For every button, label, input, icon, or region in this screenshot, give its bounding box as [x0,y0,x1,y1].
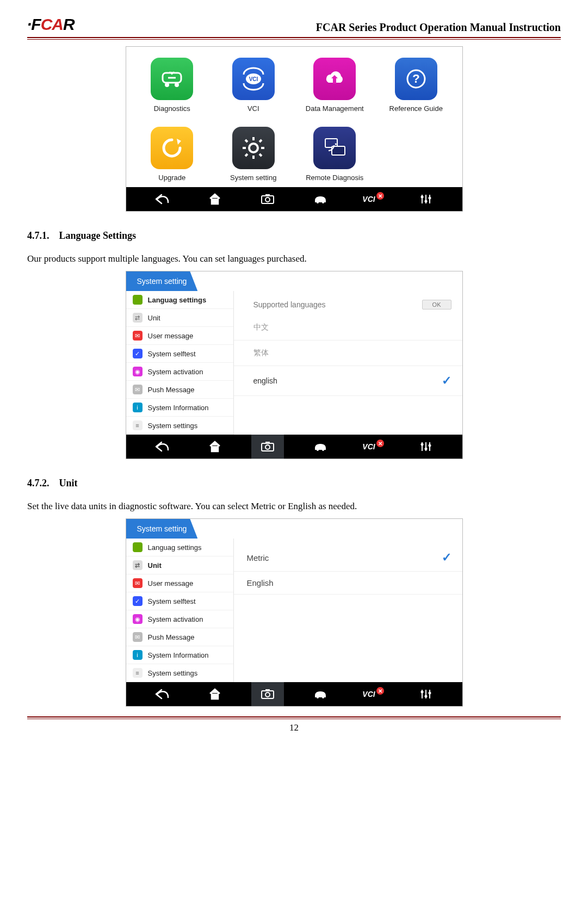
language-option-zh[interactable]: 中文 [234,315,462,341]
app-reference-guide[interactable]: ? Reference Guide [379,58,454,113]
ok-button[interactable]: OK [422,300,451,310]
app-data-management[interactable]: Data Management [298,58,373,113]
back-icon[interactable] [146,682,178,706]
car-icon[interactable] [304,682,337,706]
app-diagnostics[interactable]: Diagnostics [135,58,210,113]
svg-text:VCI: VCI [249,76,258,82]
svg-point-20 [421,443,424,446]
footer-rule [27,716,561,717]
camera-icon[interactable] [251,682,284,706]
check-icon: ✓ [442,550,451,565]
app-remote-diagnosis[interactable]: Remote Diagnosis [298,127,373,182]
car-icon[interactable] [304,435,337,459]
logo: ·FCAR [27,15,75,34]
check-icon: ✓ [442,374,451,388]
screenshot-unit-settings: System setting Languag settings ⇄Unit ✉U… [126,518,463,707]
app-label: Data Management [306,104,364,113]
app-upgrade[interactable]: Upgrade [135,127,210,182]
app-system-setting[interactable]: System setting [216,127,291,182]
unit-option-metric[interactable]: Metric✓ [234,544,462,572]
sidebar-item-selftest[interactable]: ✓System selftest [126,345,233,363]
language-option-traditional[interactable]: 繁体 [234,341,462,366]
sidebar-item-sysinfo[interactable]: iSystem Information [126,399,233,417]
vci-error-icon: ✕ [376,192,384,200]
bottom-toolbar: VCI✕ [126,682,462,706]
sidebar-item-push[interactable]: ✉Push Message [126,381,233,399]
svg-point-28 [429,692,431,695]
sidebar-item-activation[interactable]: ◉System activation [126,363,233,381]
sidebar-item-unit[interactable]: ⇄Unit [126,556,233,574]
diagnostics-icon [151,58,193,100]
camera-icon[interactable] [251,435,284,459]
svg-rect-13 [265,194,270,196]
page-header: ·FCAR FCAR Series Product Operation Manu… [27,15,561,36]
bottom-toolbar: VCI✕ [126,435,462,459]
svg-point-18 [265,445,270,449]
sidebar-item-language[interactable]: Languag settings [126,291,233,309]
svg-point-15 [425,200,428,203]
sidebar-item-user-message[interactable]: ✉User message [126,327,233,345]
bottom-toolbar: VCI✕ [126,187,462,211]
camera-icon[interactable] [251,187,284,211]
remote-icon [313,127,356,169]
paragraph: Our products support multiple languages.… [27,253,561,264]
sidebar-item-unit[interactable]: ⇄Unit [126,309,233,327]
sidebar-item-syssettings[interactable]: ≡System settings [126,417,233,435]
vci-status[interactable]: VCI✕ [357,187,389,211]
paragraph: Set the live data units in diagnostic so… [27,501,561,512]
vci-status[interactable]: VCI✕ [357,682,389,706]
svg-point-12 [265,197,270,202]
app-label: Reference Guide [389,104,443,113]
help-icon: ? [395,58,437,100]
app-label: Upgrade [158,174,185,182]
sliders-icon[interactable] [410,682,442,706]
svg-rect-19 [265,442,270,444]
sliders-icon[interactable] [410,435,442,459]
sidebar-item-push[interactable]: ✉Push Message [126,628,233,646]
home-icon[interactable] [199,435,231,459]
tab-system-setting[interactable]: System setting [126,271,198,291]
svg-text:?: ? [412,72,419,85]
settings-sidebar: Languag settings ⇄Unit ✉User message ✓Sy… [126,539,234,682]
svg-rect-25 [265,689,270,691]
sidebar-item-user-message[interactable]: ✉User message [126,574,233,592]
car-icon[interactable] [304,187,337,211]
content-title: Supported languages [253,300,326,309]
vci-error-icon: ✕ [376,687,384,695]
app-label: VCI [247,104,259,113]
svg-point-8 [249,144,258,152]
header-title: FCAR Series Product Operation Manual Ins… [316,21,561,34]
tab-system-setting[interactable]: System setting [126,519,198,539]
vci-status[interactable]: VCI✕ [357,435,389,459]
sliders-icon[interactable] [410,187,442,211]
back-icon[interactable] [146,187,178,211]
sidebar-item-language[interactable]: Languag settings [126,539,233,556]
section-heading-language: 4.7.1.Language Settings [27,230,561,242]
svg-point-27 [425,695,428,698]
svg-point-16 [429,197,431,200]
sidebar-item-activation[interactable]: ◉System activation [126,610,233,628]
sidebar-item-sysinfo[interactable]: iSystem Information [126,646,233,664]
svg-point-14 [421,196,424,199]
header-rule [27,37,561,38]
home-icon[interactable] [199,682,231,706]
screenshot-language-settings: System setting Languag settings ⇄Unit ✉U… [126,271,463,459]
page-number: 12 [27,719,561,733]
upgrade-icon [151,127,193,169]
header-rule-inner [27,39,561,40]
app-label: System setting [230,174,276,182]
language-option-english[interactable]: english✓ [234,366,462,396]
unit-option-english[interactable]: English [234,572,462,595]
vci-error-icon: ✕ [376,440,384,447]
screenshot-home: Diagnostics VCI VCI [126,46,463,212]
home-icon[interactable] [199,187,231,211]
back-icon[interactable] [146,435,178,459]
sidebar-item-syssettings[interactable]: ≡System settings [126,664,233,682]
svg-rect-5 [333,78,336,84]
sidebar-item-selftest[interactable]: ✓System selftest [126,592,233,610]
app-vci[interactable]: VCI VCI [216,58,291,113]
svg-point-22 [429,444,431,447]
cloud-icon [313,58,356,100]
vci-label: VCI [362,195,375,203]
svg-point-2 [175,83,179,87]
